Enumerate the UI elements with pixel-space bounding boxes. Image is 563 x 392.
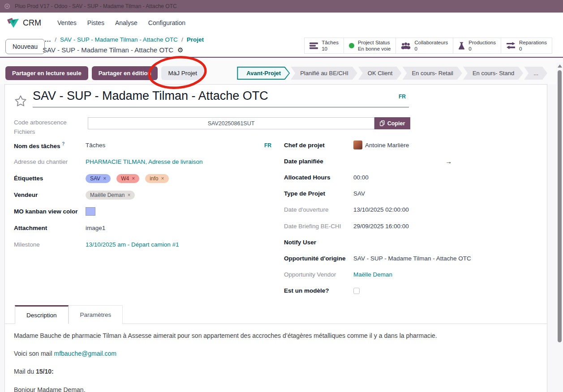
site-address-value[interactable]: PHARMACIE TILMAN, Adresse de livraison bbox=[86, 158, 203, 165]
code-arborescence-label: Code arborescence bbox=[14, 119, 67, 126]
manager-label: Chef de projet bbox=[284, 142, 353, 149]
tag-remove-icon[interactable]: × bbox=[103, 175, 106, 182]
favorite-star-icon[interactable] bbox=[14, 95, 27, 109]
planned-date-label: Date planifiée bbox=[284, 158, 353, 165]
app-switcher[interactable]: CRM bbox=[7, 17, 41, 28]
date-range-arrow-icon: → bbox=[445, 158, 452, 165]
production-flask-icon bbox=[458, 42, 465, 50]
field-row-attachment: Attachment image1 bbox=[14, 220, 275, 236]
stat-value: 0 bbox=[468, 46, 496, 52]
email-link[interactable]: mfbauche@gmail.com bbox=[54, 350, 116, 357]
stage-ok-client[interactable]: OK Client bbox=[358, 67, 402, 80]
stat-button-reparations[interactable]: Reparations0 bbox=[501, 38, 552, 53]
scrollbar-thumb[interactable] bbox=[558, 70, 562, 342]
briefing-date-label: Date Briefing BE-CHI bbox=[284, 223, 353, 230]
stat-value: 0 bbox=[519, 46, 547, 52]
task-name-value[interactable]: Tâches bbox=[86, 142, 105, 149]
breadcrumb-separator: / bbox=[181, 36, 183, 43]
record-subtitle-line: SAV - SUP - Madame Tilman - Attache OTC … bbox=[43, 46, 184, 54]
field-row-milestone: Milestone 13/10/2025 am - Départ camion … bbox=[14, 236, 275, 253]
project-type-label: Type de Projet bbox=[284, 190, 353, 197]
stage-en-cours-stand[interactable]: En cours- Stand bbox=[463, 67, 523, 80]
tag-remove-icon[interactable]: × bbox=[132, 175, 135, 182]
tag-sav[interactable]: SAV× bbox=[86, 174, 111, 183]
tag-w4[interactable]: W4× bbox=[116, 174, 139, 183]
breadcrumb-ellipsis[interactable]: ... bbox=[45, 36, 51, 43]
stage-en-cours-retail[interactable]: En cours- Retail bbox=[402, 67, 462, 80]
stat-label: Tâches bbox=[322, 39, 339, 46]
fichiers-label: Fichiers bbox=[14, 128, 35, 135]
nav-item-ventes[interactable]: Ventes bbox=[52, 17, 82, 29]
stage-pipeline: Avant-Projet Planifié au BE/CHI OK Clien… bbox=[236, 67, 547, 80]
update-project-button[interactable]: MàJ Projet bbox=[161, 66, 204, 80]
task-name-label: Nom des tâches ? bbox=[14, 141, 86, 149]
project-type-value[interactable]: SAV bbox=[353, 190, 365, 197]
stat-button-collaborateurs[interactable]: Collaborateurs0 bbox=[396, 38, 453, 53]
stage-more[interactable]: ... bbox=[524, 67, 547, 80]
allocated-hours-label: Allocated Hours bbox=[284, 174, 353, 181]
tab-description[interactable]: Description bbox=[15, 305, 69, 324]
milestone-value[interactable]: 13/10/2025 am - Départ camion #1 bbox=[86, 241, 179, 248]
opportunity-vendor-value[interactable]: Maëlle Deman bbox=[353, 271, 392, 278]
opportunity-vendor-label: Opportunity Vendor bbox=[284, 271, 353, 278]
stat-label: Productions bbox=[468, 39, 496, 46]
field-row-kanban-color: MO kanban view color bbox=[14, 203, 275, 220]
description-paragraph: Bonjour Madame Deman, bbox=[14, 386, 529, 392]
lang-badge-task-name[interactable]: FR bbox=[264, 142, 271, 149]
briefing-date-value: 29/09/2025 16:00:00 bbox=[353, 223, 409, 230]
vendor-tag[interactable]: Maëlle Deman× bbox=[86, 191, 135, 200]
breadcrumb: ... / SAV - SUP - Madame Tilman - Attach… bbox=[45, 36, 204, 43]
code-input[interactable] bbox=[88, 117, 374, 129]
breadcrumb-parent-link[interactable]: SAV - SUP - Madame Tilman - Attache OTC bbox=[60, 36, 178, 43]
tag-remove-icon[interactable]: × bbox=[127, 192, 130, 198]
window-titlebar: Pluo Prod V17 - Odoo - SAV - SUP - Madam… bbox=[0, 0, 563, 13]
stat-button-group: Tâches10 Project StatusEn bonne voie Col… bbox=[304, 38, 552, 54]
open-date-value: 13/10/2025 02:00:00 bbox=[353, 206, 409, 213]
stage-avant-projet[interactable]: Avant-Projet bbox=[237, 67, 290, 80]
is-template-checkbox[interactable] bbox=[353, 288, 360, 294]
share-edit-button[interactable]: Partager en édition bbox=[92, 66, 158, 80]
tag-remove-icon[interactable]: × bbox=[161, 175, 164, 182]
site-address-label: Adresse du chantier bbox=[14, 158, 86, 165]
nav-item-analyse[interactable]: Analyse bbox=[110, 17, 143, 29]
stat-label: Project Status bbox=[358, 39, 391, 46]
stat-button-project-status[interactable]: Project StatusEn bonne voie bbox=[344, 38, 396, 53]
field-row-project-type: Type de Projet SAV bbox=[284, 186, 537, 202]
field-row-is-template: Est un modèle? bbox=[284, 283, 537, 299]
kanban-color-swatch[interactable] bbox=[86, 207, 95, 216]
new-button[interactable]: Nouveau bbox=[5, 39, 45, 54]
origin-opportunity-value[interactable]: SAV - SUP - Madame Tilman - Attache OTC bbox=[353, 255, 471, 262]
scroll-up-arrow[interactable] bbox=[558, 64, 562, 68]
window-title: Pluo Prod V17 - Odoo - SAV - SUP - Madam… bbox=[15, 3, 177, 9]
record-subtitle: SAV - SUP - Madame Tilman - Attache OTC bbox=[43, 46, 173, 54]
form-left-column: Nom des tâches ? TâchesFR Adresse du cha… bbox=[14, 137, 275, 253]
nav-item-configuration[interactable]: Configuration bbox=[143, 17, 191, 29]
tags-label: Étiquettes bbox=[14, 175, 86, 182]
stat-value: 10 bbox=[322, 46, 339, 52]
stat-button-productions[interactable]: Productions0 bbox=[453, 38, 501, 53]
description-paragraph: Voici son mail mfbauche@gmail.com bbox=[14, 349, 529, 358]
copy-icon bbox=[380, 120, 385, 126]
nav-item-pistes[interactable]: Pistes bbox=[82, 17, 110, 29]
notebook-tabs: Description Paramètres bbox=[5, 305, 547, 324]
share-readonly-button[interactable]: Partager en lecture seule bbox=[5, 66, 88, 80]
action-buttons: Partager en lecture seule Partager en éd… bbox=[5, 66, 204, 80]
stat-value: 0 bbox=[414, 46, 448, 52]
breadcrumb-current[interactable]: Projet bbox=[187, 36, 204, 43]
tag-info[interactable]: info× bbox=[145, 174, 168, 183]
description-paragraph: Madame Bauche de pharmacie Tilman à Asse… bbox=[14, 332, 529, 340]
manager-value[interactable]: Antoine Marlière bbox=[365, 142, 409, 149]
field-row-manager: Chef de projet Antoine Marlière bbox=[284, 137, 537, 153]
copy-button[interactable]: Copier bbox=[374, 117, 410, 129]
repair-arrows-icon bbox=[506, 42, 516, 49]
planned-date-value[interactable]: → bbox=[353, 158, 537, 165]
gear-icon[interactable]: ⚙ bbox=[177, 47, 183, 53]
stat-label: Collaborateurs bbox=[414, 39, 448, 46]
allocated-hours-value[interactable]: 00:00 bbox=[353, 174, 369, 181]
attachment-value[interactable]: image1 bbox=[86, 225, 105, 231]
project-title[interactable]: SAV - SUP - Madame Tilman - Attache OTC bbox=[33, 89, 409, 107]
tab-parametres[interactable]: Paramètres bbox=[69, 305, 123, 324]
help-icon[interactable]: ? bbox=[62, 141, 64, 146]
stat-button-taches[interactable]: Tâches10 bbox=[305, 38, 344, 53]
stage-planifie-be-chi[interactable]: Planifié au BE/CHI bbox=[291, 67, 357, 80]
